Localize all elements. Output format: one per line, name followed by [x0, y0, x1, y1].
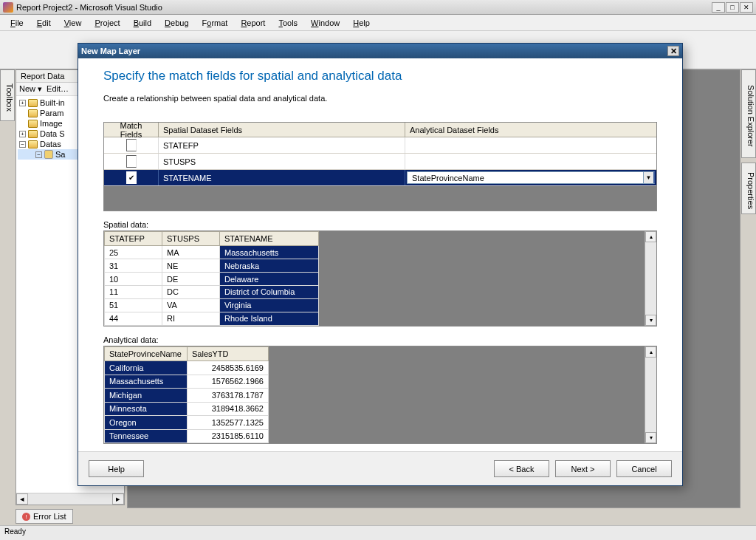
analytical-col-sales[interactable]: SalesYTD: [188, 346, 269, 361]
analytical-vscroll[interactable]: ▴ ▾: [645, 346, 656, 443]
match-grid-header: Match Fields Spatial Dataset Fields Anal…: [104, 123, 656, 137]
scroll-down-icon[interactable]: ▾: [645, 315, 656, 326]
expand-icon[interactable]: +: [19, 131, 26, 137]
match-analytical-cell[interactable]: [405, 137, 656, 153]
report-data-new-button[interactable]: New ▾: [19, 84, 42, 94]
menu-format[interactable]: Format: [196, 17, 234, 29]
scroll-track[interactable]: [645, 358, 656, 432]
match-checkbox[interactable]: [126, 155, 137, 168]
dialog-titlebar[interactable]: New Map Layer ✕: [78, 44, 682, 58]
match-col-spatial: Spatial Dataset Fields: [159, 123, 405, 137]
menu-window[interactable]: Window: [305, 17, 346, 29]
error-list-label: Error List: [33, 512, 66, 521]
scroll-up-icon[interactable]: ▴: [645, 346, 656, 358]
table-row[interactable]: California2458535.6169: [105, 361, 269, 375]
analytical-col-name[interactable]: StateProvinceName: [105, 346, 188, 361]
table-row[interactable]: Michigan3763178.1787: [105, 389, 269, 402]
folder-icon: [28, 130, 38, 138]
table-row[interactable]: Oregon1352577.1325: [105, 416, 269, 429]
tree-label: Built-in: [40, 98, 65, 107]
match-row[interactable]: STATEFP: [104, 137, 656, 154]
match-col-analytical: Analytical Dataset Fields: [405, 123, 656, 137]
table-row[interactable]: 31NENebraska: [105, 259, 319, 273]
match-spatial-cell[interactable]: STATENAME: [159, 170, 405, 185]
table-row[interactable]: Tennessee2315185.6110: [105, 429, 269, 443]
table-row[interactable]: 10DEDelaware: [105, 273, 319, 286]
folder-icon: [28, 140, 38, 148]
table-row[interactable]: 44RIRhode Island: [105, 312, 319, 325]
report-data-edit-button[interactable]: Edit…: [47, 84, 69, 94]
scroll-track[interactable]: [28, 493, 112, 505]
tree-label: Sa: [55, 150, 65, 159]
next-button[interactable]: Next >: [555, 460, 611, 477]
tree-label: Param: [40, 109, 63, 117]
table-row[interactable]: 51VAVirginia: [105, 298, 319, 312]
menu-tools[interactable]: Tools: [272, 17, 303, 29]
collapse-icon[interactable]: −: [19, 141, 26, 148]
match-row[interactable]: STUSPS: [104, 154, 656, 170]
chevron-down-icon[interactable]: ▼: [643, 172, 654, 183]
match-checkbox-checked[interactable]: ✔: [126, 171, 137, 184]
spatial-col-statename[interactable]: STATENAME: [220, 232, 319, 246]
match-grid-spacer: [104, 186, 656, 211]
match-spatial-cell[interactable]: STATEFP: [159, 137, 405, 153]
menu-help[interactable]: Help: [347, 17, 376, 29]
spatial-col-statefp[interactable]: STATEFP: [105, 232, 162, 246]
collapse-icon[interactable]: −: [35, 151, 42, 158]
error-icon: !: [22, 513, 30, 521]
match-row-selected[interactable]: ✔ STATENAME StateProvinceName ▼: [104, 170, 656, 186]
scroll-track[interactable]: [645, 242, 656, 314]
tree-label: Datas: [40, 140, 61, 148]
analytical-table: StateProvinceName SalesYTD California245…: [104, 346, 269, 443]
tree-label: Data S: [40, 129, 65, 138]
match-analytical-cell[interactable]: [405, 154, 656, 169]
dropdown-value: StateProvinceName: [412, 174, 484, 182]
properties-tab[interactable]: Properties: [741, 163, 756, 214]
dialog-close-button[interactable]: ✕: [667, 46, 679, 56]
menu-project[interactable]: Project: [89, 17, 126, 29]
minimize-button[interactable]: _: [712, 2, 725, 13]
spatial-vscroll[interactable]: ▴ ▾: [645, 231, 656, 325]
window-title: Report Project2 - Microsoft Visual Studi…: [16, 3, 712, 12]
back-button[interactable]: < Back: [494, 460, 549, 477]
scroll-left-icon[interactable]: ◂: [16, 493, 28, 505]
menu-debug[interactable]: Debug: [159, 17, 194, 29]
menu-edit[interactable]: Edit: [31, 17, 57, 29]
table-row[interactable]: 11DCDistrict of Columbia: [105, 285, 319, 298]
dialog-body: Specify the match fields for spatial and…: [78, 58, 682, 451]
cancel-button[interactable]: Cancel: [616, 460, 672, 477]
status-text: Ready: [4, 527, 26, 536]
window-controls: _ □ ✕: [712, 2, 753, 13]
menu-report[interactable]: Report: [235, 17, 271, 29]
folder-icon: [28, 109, 38, 117]
status-bar: Ready: [0, 525, 756, 540]
analytical-data-label: Analytical data:: [103, 335, 657, 344]
spatial-col-stusps[interactable]: STUSPS: [162, 232, 220, 246]
menu-build[interactable]: Build: [128, 17, 157, 29]
restore-button[interactable]: □: [726, 2, 739, 13]
close-button[interactable]: ✕: [740, 2, 753, 13]
table-row[interactable]: Massachusetts1576562.1966: [105, 375, 269, 388]
scroll-right-icon[interactable]: ▸: [112, 493, 124, 505]
tree-hscroll[interactable]: ◂ ▸: [16, 493, 124, 505]
analytical-field-dropdown[interactable]: StateProvinceName ▼: [407, 171, 655, 184]
scroll-down-icon[interactable]: ▾: [645, 432, 656, 443]
folder-icon: [28, 99, 38, 107]
solution-explorer-tab[interactable]: Solution Explorer: [741, 69, 756, 158]
folder-icon: [28, 120, 38, 128]
error-list-tab[interactable]: ! Error List: [16, 509, 73, 524]
match-col-match: Match Fields: [104, 123, 159, 137]
expand-icon[interactable]: +: [19, 100, 26, 106]
match-checkbox[interactable]: [126, 139, 137, 151]
help-button[interactable]: Help: [89, 460, 144, 477]
analytical-data-grid: StateProvinceName SalesYTD California245…: [103, 346, 657, 444]
toolbox-tab[interactable]: Toolbox: [0, 69, 15, 121]
new-map-layer-dialog: New Map Layer ✕ Specify the match fields…: [78, 43, 683, 486]
table-row[interactable]: 25MAMassachusetts: [105, 246, 319, 259]
menu-file[interactable]: File: [4, 17, 30, 29]
grid-spacer: [319, 231, 645, 325]
table-row[interactable]: Minnesota3189418.3662: [105, 402, 269, 415]
scroll-up-icon[interactable]: ▴: [645, 231, 656, 242]
match-spatial-cell[interactable]: STUSPS: [159, 154, 405, 169]
menu-view[interactable]: View: [58, 17, 88, 29]
